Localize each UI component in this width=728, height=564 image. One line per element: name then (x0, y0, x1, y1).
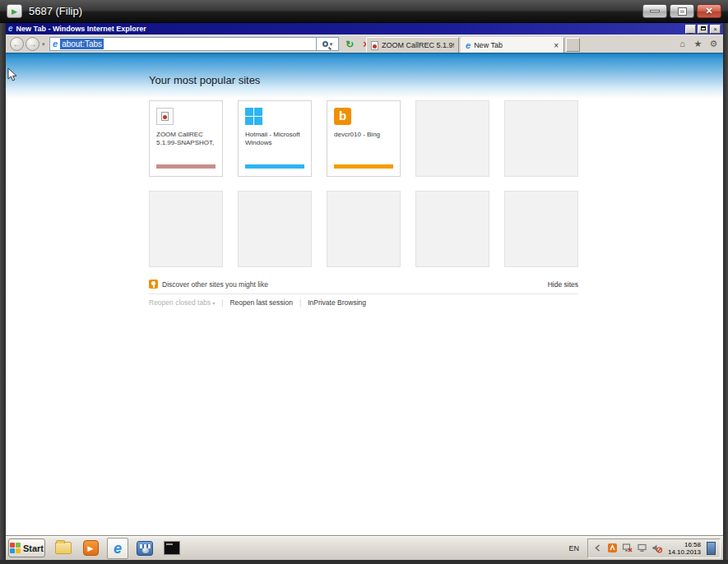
maximize-icon (679, 8, 686, 15)
ie-window-title: New Tab - Windows Internet Explorer (16, 25, 146, 33)
callrec-favicon-box (156, 108, 174, 125)
discover-link[interactable]: Discover other sites you might like (162, 280, 268, 289)
site-tile-callrec[interactable]: ZOOM CallREC 5.1.99-SNAPSHOT, b... (149, 100, 223, 177)
new-tab-button[interactable] (566, 38, 580, 52)
empty-tile (415, 191, 489, 267)
show-hidden-icons-chevron[interactable] (592, 543, 603, 553)
newtab-footer: Discover other sites you might like Hide… (149, 280, 578, 307)
tile-title: devcr010 - Bing (334, 131, 393, 139)
tab-zoom-callrec[interactable]: ZOOM CallREC 5.1.99-SNAPSH... (366, 37, 459, 53)
popular-sites-row-2 (149, 191, 578, 267)
ie-minimize-button[interactable]: _ (685, 25, 696, 34)
time-label: 16:58 (668, 541, 701, 548)
media-player-button[interactable]: ▶ (80, 538, 101, 559)
callrec-favicon-icon (161, 112, 169, 121)
guest-screen: e New Tab - Windows Internet Explorer _ … (6, 23, 723, 560)
chevron-down-icon: ▾ (212, 301, 215, 306)
recent-pages-dropdown[interactable]: ▾ (42, 41, 45, 48)
explorer-folder-button[interactable] (53, 538, 74, 559)
empty-tile (504, 100, 578, 177)
remote-console-icon (137, 541, 153, 556)
link-separator: | (299, 298, 301, 307)
close-icon: × (713, 26, 716, 32)
language-indicator[interactable]: EN (565, 543, 582, 554)
volume-muted-tray-icon[interactable] (651, 543, 662, 553)
terminal-button[interactable] (161, 538, 183, 559)
popular-sites-row-1: ZOOM CallREC 5.1.99-SNAPSHOT, b... Hotma… (149, 100, 578, 177)
tab-close-icon[interactable]: × (553, 41, 559, 50)
page-content: Your most popular sites ZOOM CallREC 5.1… (6, 53, 723, 535)
site-tile-hotmail[interactable]: Hotmail - Microsoft Windows (238, 100, 312, 177)
footer-divider (149, 294, 578, 294)
vm-frame-right (723, 23, 728, 564)
settings-button[interactable]: ⚙ (708, 39, 719, 49)
page-favicon-icon: e (53, 39, 58, 49)
discover-icon (149, 280, 158, 289)
tab-label: New Tab (474, 41, 549, 49)
app-tray-icon[interactable] (607, 543, 618, 553)
show-desktop-button[interactable] (707, 542, 716, 555)
tab-label: ZOOM CallREC 5.1.99-SNAPSH... (382, 41, 454, 49)
forward-button[interactable]: → (26, 37, 39, 51)
ie-restore-button[interactable] (698, 25, 708, 34)
vm-window-title: 5687 (Filip) (29, 5, 82, 17)
hide-sites-link[interactable]: Hide sites (548, 280, 578, 289)
vm-window: ▶ 5687 (Filip) ✕ e New Tab - Windows Int… (0, 0, 728, 564)
address-value: about:Tabs (60, 39, 104, 49)
back-button[interactable]: ← (10, 37, 24, 51)
ie-titlebar: e New Tab - Windows Internet Explorer _ … (6, 23, 723, 35)
minimize-icon (650, 10, 660, 12)
navbar-right-icons: ⌂ ★ ⚙ (677, 39, 719, 49)
search-icon (322, 41, 328, 47)
vm-window-controls: ✕ (642, 4, 721, 18)
tray-panel: 16:58 14.10.2013 (587, 539, 721, 558)
home-icon: ⌂ (679, 39, 685, 49)
favorites-button[interactable]: ★ (693, 39, 703, 49)
folder-icon (55, 542, 72, 554)
site-tile-bing[interactable]: b devcr010 - Bing (327, 100, 401, 177)
ie-window-controls: _ × (685, 25, 721, 34)
forward-icon: → (29, 39, 37, 49)
minimize-icon: _ (689, 27, 693, 33)
vm-frame-bottom (0, 560, 728, 564)
clock[interactable]: 16:58 14.10.2013 (666, 541, 702, 556)
tab-new-tab[interactable]: e New Tab × (461, 37, 564, 53)
vm-play-icon: ▶ (7, 4, 22, 18)
callrec-favicon-icon (371, 41, 378, 50)
terminal-icon (164, 541, 180, 555)
vm-minimize-button[interactable] (642, 4, 667, 18)
gear-icon: ⚙ (710, 39, 718, 49)
empty-tile (327, 191, 401, 267)
search-button[interactable]: ▾ (317, 37, 339, 51)
tile-title: ZOOM CallREC 5.1.99-SNAPSHOT, b... (156, 131, 216, 147)
start-button[interactable]: Start (8, 539, 45, 557)
vm-titlebar: ▶ 5687 (Filip) ✕ (0, 0, 728, 23)
windows-flag-icon (10, 543, 21, 553)
ie-favicon-icon: e (466, 41, 471, 50)
home-button[interactable]: ⌂ (677, 39, 688, 49)
system-tray: EN 16:58 14.10.2013 (565, 539, 721, 558)
bing-logo-icon: b (334, 108, 351, 125)
refresh-button[interactable]: ↻ (342, 37, 357, 51)
device-error-tray-icon[interactable] (622, 543, 633, 553)
reopen-last-session-link[interactable]: Reopen last session (230, 298, 293, 307)
star-icon: ★ (694, 39, 702, 49)
empty-tile (238, 191, 312, 267)
remote-console-button[interactable] (134, 538, 155, 559)
vm-maximize-button[interactable] (670, 4, 694, 18)
network-tray-icon[interactable] (637, 543, 647, 553)
internet-explorer-button[interactable]: e (107, 538, 128, 559)
quick-launch: ▶ e (53, 538, 183, 559)
ie-close-button[interactable]: × (710, 25, 721, 34)
tile-title: Hotmail - Microsoft Windows (245, 131, 304, 147)
vm-close-button[interactable]: ✕ (697, 4, 721, 18)
mouse-cursor (7, 67, 19, 82)
search-dropdown-icon: ▾ (330, 41, 333, 48)
taskbar: Start ▶ e EN 16:58 14. (6, 535, 723, 560)
refresh-icon: ↻ (345, 39, 354, 50)
inprivate-browsing-link[interactable]: InPrivate Browsing (308, 298, 366, 307)
reopen-closed-tabs-link[interactable]: Reopen closed tabs▾ (149, 298, 215, 307)
link-separator: | (221, 298, 223, 307)
address-input[interactable]: e about:Tabs (49, 37, 317, 51)
empty-tile (415, 100, 489, 177)
